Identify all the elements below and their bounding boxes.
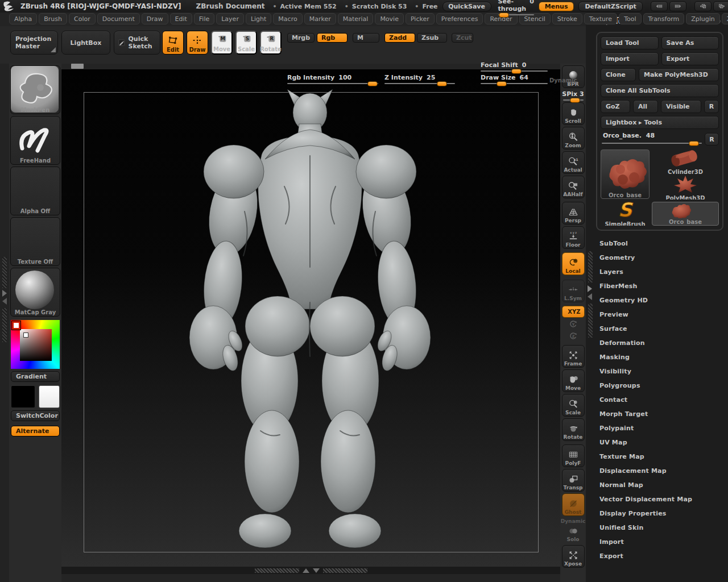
tool-section-header[interactable]: Normal Map	[599, 478, 728, 492]
tool-section-header[interactable]: SubTool	[599, 236, 728, 251]
texture-picker-tile[interactable]: Texture Off	[10, 217, 60, 266]
menu-item[interactable]: Macro	[273, 13, 302, 24]
menu-item[interactable]: Marker	[304, 13, 336, 24]
focal-shift-slider[interactable]: Focal Shift0	[481, 61, 548, 72]
tool-section-header[interactable]: Import	[599, 535, 728, 549]
tool-section-header[interactable]: Deformation	[599, 336, 728, 350]
active-tool-thumbnail[interactable]: Orco_base	[601, 149, 650, 199]
zscript-rewind-button[interactable]	[651, 1, 668, 11]
tool-section-header[interactable]: Vector Displacement Map	[599, 492, 728, 506]
menu-item[interactable]: Zscript	[722, 13, 728, 24]
scroll-down-icon[interactable]	[313, 568, 320, 573]
ghost-transparency-button[interactable]: Ghost	[562, 493, 585, 516]
import-button[interactable]: Import	[601, 52, 659, 65]
menu-item[interactable]: Transform	[643, 13, 685, 24]
alternate-button[interactable]: Alternate	[11, 426, 60, 436]
tool-section-header[interactable]: Texture Map	[599, 450, 728, 464]
actual-size-button[interactable]: Actual	[562, 151, 585, 174]
export-button[interactable]: Export	[661, 52, 719, 65]
alpha-picker-tile[interactable]: Alpha Off	[10, 167, 60, 215]
tool-section-header[interactable]: Masking	[599, 350, 728, 364]
cylinder3d-tool[interactable]: Cylinder3D	[652, 149, 719, 174]
save-as-button[interactable]: Save As	[661, 36, 719, 49]
tray-divider-dots[interactable]	[2, 257, 7, 288]
edit-mode-button[interactable]: Edit	[162, 31, 184, 55]
menu-item[interactable]: Zplugin	[686, 13, 720, 24]
tool-section-header[interactable]: Morph Target	[599, 407, 728, 421]
zadd-button[interactable]: Zadd	[384, 33, 415, 43]
simplebrush-tool[interactable]: S SimpleBrush	[601, 201, 650, 226]
projection-master-button[interactable]: Projection Master	[10, 31, 58, 55]
focal-shift-handle[interactable]	[511, 69, 522, 74]
solo-button[interactable]: Solo	[562, 525, 585, 543]
local-transform-button[interactable]: Local	[562, 252, 585, 275]
goz-visible-button[interactable]: Visible	[661, 100, 701, 113]
load-tool-button[interactable]: Load Tool	[601, 36, 659, 49]
quick-sketch-button[interactable]: Quick Sketch	[114, 31, 160, 55]
zscript-play-button[interactable]	[669, 1, 686, 11]
transparency-button[interactable]: Transp	[562, 469, 585, 492]
menu-item[interactable]: Light	[246, 13, 271, 24]
rgb-button[interactable]: Rgb	[317, 33, 348, 43]
xpose-button[interactable]: Xpose	[562, 545, 585, 568]
zoom-document-button[interactable]: Zoom	[562, 127, 585, 149]
sculpt-model-orc-back-view[interactable]	[61, 69, 560, 574]
rotate-y-icon[interactable]: Y	[568, 319, 579, 330]
move-3d-button[interactable]: Move	[562, 369, 585, 392]
prev-document-button[interactable]	[694, 1, 712, 11]
tool-section-header[interactable]: FiberMesh	[599, 279, 728, 293]
tool-r-button[interactable]: R	[705, 133, 719, 146]
rotate-mode-button[interactable]: R Rotate	[260, 31, 282, 55]
zcut-button[interactable]: Zcut	[452, 33, 473, 43]
tool-section-header[interactable]: UV Map	[599, 435, 728, 450]
bpr-render-button[interactable]: BPR	[562, 65, 585, 88]
make-polymesh3d-button[interactable]: Make PolyMesh3D	[639, 68, 719, 81]
mrgb-button[interactable]: Mrgb	[287, 33, 315, 43]
spix-slider[interactable]: SPix 3	[561, 90, 586, 101]
stroke-picker-tile[interactable]: FreeHand	[10, 116, 60, 165]
rgb-intensity-handle[interactable]	[367, 81, 378, 86]
clone-button[interactable]: Clone	[601, 68, 636, 81]
sv-selector[interactable]	[23, 332, 28, 338]
polyframe-button[interactable]: PolyF	[562, 444, 585, 467]
quicksave-button[interactable]: QuickSave	[442, 2, 491, 11]
tool-section-header[interactable]: Contact	[599, 393, 728, 407]
secondary-color-swatch[interactable]	[39, 385, 60, 408]
draw-size-slider[interactable]: Draw Size64	[481, 74, 548, 84]
see-through-handle[interactable]	[499, 13, 509, 18]
spix-handle[interactable]	[570, 98, 580, 103]
menu-item[interactable]: Texture	[584, 13, 617, 24]
tool-section-header[interactable]: Surface	[599, 322, 728, 336]
tool-section-header[interactable]: Geometry	[599, 251, 728, 265]
menu-item[interactable]: Brush	[39, 13, 67, 24]
frame-mesh-button[interactable]: Frame	[562, 345, 585, 368]
menu-item[interactable]: Color	[69, 13, 96, 24]
tray-collapse-icon[interactable]	[2, 298, 7, 305]
goz-button[interactable]: GoZ	[601, 100, 630, 113]
menu-item[interactable]: Stroke	[552, 13, 582, 24]
zsub-button[interactable]: Zsub	[417, 33, 447, 43]
aahalf-button[interactable]: AAHalf	[562, 176, 585, 198]
perspective-button[interactable]: Persp	[562, 202, 585, 225]
tray-divider-dots[interactable]	[2, 308, 7, 342]
panel-divider[interactable]	[587, 64, 594, 582]
draw-mode-button[interactable]: Draw	[187, 31, 208, 55]
dynamic-mode-label[interactable]: Dynamic	[549, 77, 577, 84]
scale-mode-button[interactable]: S Scale	[235, 31, 257, 55]
scrollbar-track-left[interactable]	[255, 568, 299, 573]
tool-section-header[interactable]: Geometry HD	[599, 293, 728, 307]
tool-section-header[interactable]: Preview	[599, 307, 728, 322]
rgb-intensity-slider[interactable]: Rgb Intensity100	[287, 74, 378, 84]
tool-section-header[interactable]: Export	[599, 549, 728, 563]
main-color-swatch[interactable]	[11, 385, 35, 408]
default-zscript-button[interactable]: DefaultZScript	[578, 2, 642, 11]
menu-item[interactable]: Preferences	[436, 13, 483, 24]
polymesh3d-tool[interactable]: PolyMesh3D	[652, 175, 719, 199]
local-symmetry-button[interactable]: L.Sym	[562, 280, 585, 302]
floor-grid-button[interactable]: Floor	[562, 226, 585, 249]
lightbox-button[interactable]: LightBox	[61, 31, 110, 55]
menu-item[interactable]: Alpha	[9, 13, 37, 24]
orco-base-tool-small[interactable]: Orco_base	[652, 202, 719, 226]
rotate-3d-button[interactable]: Rotate	[562, 418, 585, 441]
tool-section-header[interactable]: Polypaint	[599, 421, 728, 435]
